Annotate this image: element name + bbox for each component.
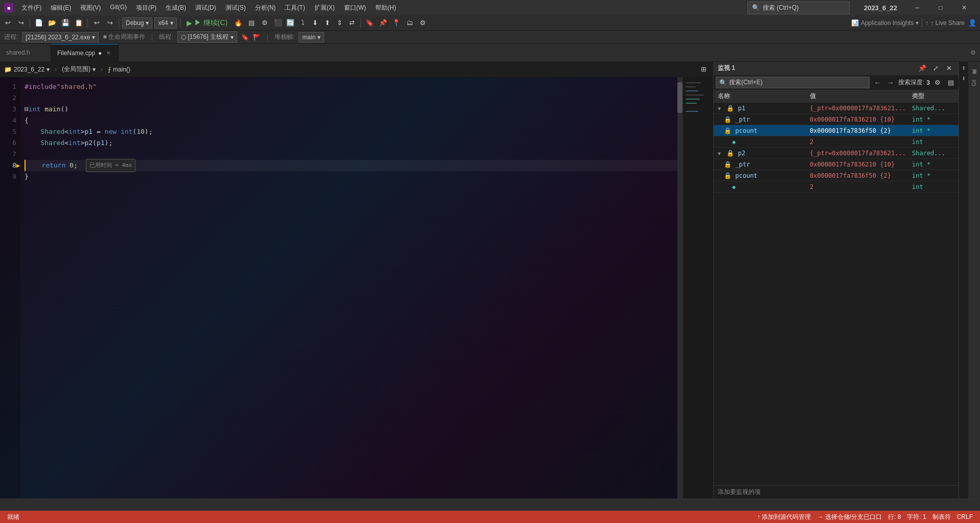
svg-rect-6 bbox=[686, 103, 697, 104]
watch-options2[interactable]: ▤ bbox=[945, 77, 956, 88]
status-row[interactable]: 行: 8 bbox=[885, 513, 904, 521]
watch-nav-forward[interactable]: → bbox=[885, 77, 896, 88]
maximize-button[interactable]: □ bbox=[929, 0, 952, 15]
menu-extensions[interactable]: 扩展(X) bbox=[310, 2, 339, 14]
p2-expand-icon[interactable]: ▼ bbox=[718, 151, 721, 156]
menu-window[interactable]: 窗口(W) bbox=[340, 2, 370, 14]
watch-row-p2[interactable]: ▼ 🔒 p2 {_ptr=0x0000017fa783621... Shared… bbox=[714, 148, 959, 159]
continue-button[interactable]: ▶ ▶ 继续(C) bbox=[184, 17, 231, 29]
breadcrumb-project[interactable]: 📁 2023_6_22 ▾ bbox=[4, 66, 50, 73]
status-ready[interactable]: 就绪 bbox=[4, 511, 22, 523]
save-all-button[interactable]: 📋 bbox=[73, 17, 84, 29]
live-share-button[interactable]: ↑ ↑ Live Share bbox=[925, 19, 965, 27]
redo-button[interactable]: ↪ bbox=[104, 17, 116, 29]
app-insights-button[interactable]: 📊 Application Insights ▾ bbox=[851, 19, 919, 27]
parallel-watch[interactable]: ⇄ bbox=[346, 17, 357, 29]
status-encoding[interactable]: CRLF bbox=[954, 513, 976, 520]
p1-expand-icon[interactable]: ▼ bbox=[718, 106, 721, 111]
code-lines[interactable]: #include"shared.h" ⊟ int main () { bbox=[20, 77, 682, 498]
watch-row-p1-ptr[interactable]: 🔒 _ptr 0x0000017fa7836210 {10} int * bbox=[714, 114, 959, 125]
stack-value[interactable]: main ▾ bbox=[299, 32, 324, 42]
bookmark4-button[interactable]: 🗂 bbox=[404, 17, 415, 29]
add-source-button[interactable]: ↑ 添加到源代码管理 bbox=[754, 513, 814, 521]
restart-button[interactable]: 🔄 bbox=[285, 17, 296, 29]
watch-row-p2-ptr[interactable]: 🔒 _ptr 0x0000017fa7836210 {10} int * bbox=[714, 159, 959, 170]
thread-value[interactable]: ⬡ [15676] 主线程 ▾ bbox=[177, 31, 237, 43]
code-line-2 bbox=[25, 92, 682, 104]
minimize-button[interactable]: ─ bbox=[905, 0, 929, 15]
account-button[interactable]: 👤 bbox=[967, 17, 978, 29]
scrollbar-thumb[interactable] bbox=[677, 82, 682, 113]
status-col[interactable]: 字符: 1 bbox=[904, 513, 929, 521]
tab-shared-h[interactable]: shared.h bbox=[0, 44, 51, 61]
watch-search-box[interactable]: 🔍 搜索(Ctrl+E) bbox=[716, 77, 870, 88]
bookmark-button[interactable]: 🔖 bbox=[364, 17, 375, 29]
watch-row-p2-pcount-val[interactable]: ◆ 2 int bbox=[714, 181, 959, 193]
process-value[interactable]: [21256] 2023_6_22.exe ▾ bbox=[22, 32, 99, 42]
right-bar-btn2[interactable]: ⬇ bbox=[960, 74, 968, 82]
save-button[interactable]: 💾 bbox=[60, 17, 71, 29]
debug-btn2[interactable]: ▤ bbox=[246, 17, 257, 29]
menu-project[interactable]: 项目(P) bbox=[132, 2, 161, 14]
back-button[interactable]: ↩ bbox=[2, 17, 13, 29]
watch-options1[interactable]: ⚙ bbox=[932, 77, 943, 88]
menu-analyze[interactable]: 分析(N) bbox=[251, 2, 280, 14]
step-into[interactable]: ⬇ bbox=[309, 17, 321, 29]
step-over[interactable]: ⤵ bbox=[297, 17, 308, 29]
platform-dropdown[interactable]: x64 ▾ bbox=[154, 17, 176, 29]
add-watch-button[interactable]: 添加要监视的项 bbox=[714, 485, 959, 498]
menu-file[interactable]: 文件(F) bbox=[17, 2, 45, 14]
vert-tab-git[interactable]: Git 更改 bbox=[968, 62, 980, 103]
svg-rect-0 bbox=[683, 77, 713, 498]
right-side-bar: ⬆ ⬇ bbox=[959, 62, 968, 498]
select-repo-button[interactable]: → 选择仓储/分支已口口 bbox=[814, 513, 885, 521]
breadcrumb-scope[interactable]: (全局范围) ▾ bbox=[62, 65, 96, 74]
tab-settings-button[interactable]: ⚙ bbox=[966, 44, 980, 61]
menu-tools[interactable]: 工具(T) bbox=[281, 2, 309, 14]
editor-vertical-scrollbar[interactable] bbox=[677, 77, 682, 498]
debug-config-dropdown[interactable]: Debug ▾ bbox=[122, 17, 152, 29]
show-thread[interactable]: ⇕ bbox=[334, 17, 345, 29]
code-editor[interactable]: 1 2 3 4 5 6 7 8 9 #include"shared.h" bbox=[0, 77, 713, 498]
watch-expand-button[interactable]: ⤢ bbox=[930, 63, 941, 74]
watch-nav-back[interactable]: ← bbox=[872, 77, 883, 88]
settings-button[interactable]: ⚙ bbox=[417, 17, 428, 29]
menu-help[interactable]: 帮助(H) bbox=[371, 2, 400, 14]
watch-close-button[interactable]: ✕ bbox=[943, 63, 954, 74]
breadcrumb-function[interactable]: ⨍ main() bbox=[108, 66, 130, 73]
menu-debug[interactable]: 调试(D) bbox=[191, 2, 220, 14]
watch-row-p1-pcount[interactable]: 🔒 pcount 0x0000017fa7836f50 {2} int * bbox=[714, 125, 959, 136]
watch-row-p1[interactable]: ▼ 🔒 p1 {_ptr=0x0000017fa783621... Shared… bbox=[714, 103, 959, 114]
debug-btn3[interactable]: ⚙ bbox=[259, 17, 270, 29]
process-label: 进程: bbox=[4, 33, 18, 41]
split-editor-button[interactable]: ⊞ bbox=[698, 64, 709, 75]
open-button[interactable]: 📂 bbox=[47, 17, 58, 29]
stop-button[interactable]: ⬛ bbox=[272, 17, 284, 29]
watch-row-p2-pcount[interactable]: 🔒 pcount 0x0000017fa7836f50 {2} int * bbox=[714, 170, 959, 181]
global-search-box[interactable]: 🔍 搜索 (Ctrl+Q) bbox=[747, 2, 850, 14]
debug-btn1[interactable]: 🔥 bbox=[233, 17, 244, 29]
code-line-5: Shared < int > p1 = new int ( 10 ); bbox=[25, 126, 682, 137]
new-file-button[interactable]: 📄 bbox=[33, 17, 44, 29]
step-out[interactable]: ⬆ bbox=[322, 17, 333, 29]
num10: 10 bbox=[136, 126, 145, 137]
menu-build[interactable]: 生成(B) bbox=[162, 2, 190, 14]
semicolon8: ; bbox=[74, 160, 82, 171]
menu-git[interactable]: Git(G) bbox=[106, 2, 131, 14]
close-tab-button[interactable]: ✕ bbox=[105, 50, 112, 57]
tab-filename-cpp[interactable]: FileName.cpp ● ✕ bbox=[51, 44, 119, 61]
right-bar-btn1[interactable]: ⬆ bbox=[960, 64, 968, 72]
bookmark3-button[interactable]: 📍 bbox=[391, 17, 402, 29]
undo-button[interactable]: ↩ bbox=[91, 17, 102, 29]
bookmark2-button[interactable]: 📌 bbox=[377, 17, 389, 29]
menu-edit[interactable]: 编辑(E) bbox=[47, 2, 75, 14]
status-spaces[interactable]: 制表符 bbox=[929, 513, 954, 521]
paren1: ( bbox=[132, 126, 136, 137]
close-button[interactable]: ✕ bbox=[952, 0, 976, 15]
menu-test[interactable]: 测试(S) bbox=[221, 2, 250, 14]
forward-button[interactable]: ↪ bbox=[15, 17, 27, 29]
menu-view[interactable]: 视图(V) bbox=[76, 2, 105, 14]
watch-row-p1-pcount-val[interactable]: ◆ 2 int bbox=[714, 136, 959, 148]
watch-table: ▼ 🔒 p1 {_ptr=0x0000017fa783621... Shared… bbox=[714, 103, 959, 485]
watch-pin-button[interactable]: 📌 bbox=[917, 63, 928, 74]
